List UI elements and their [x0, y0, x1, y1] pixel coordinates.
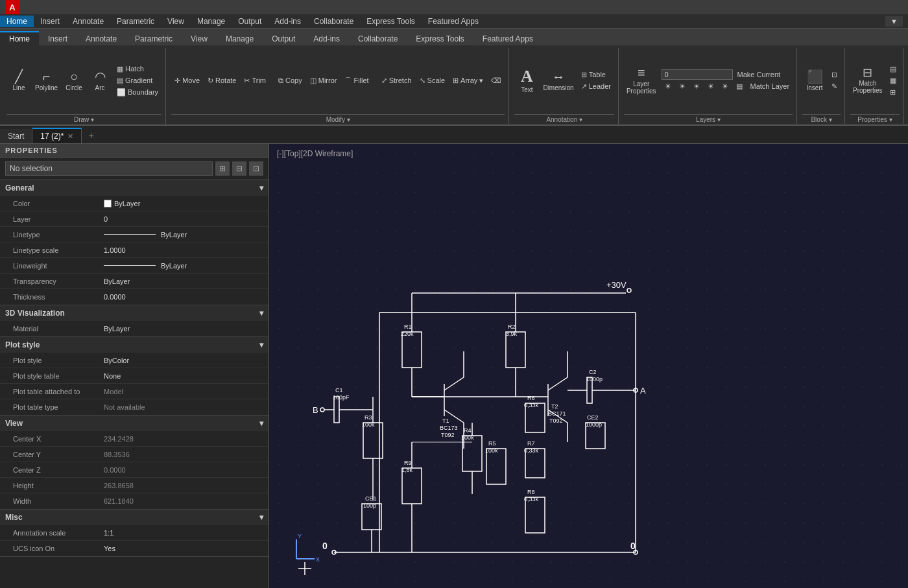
annotation-table-button[interactable]: ⊞ Table — [578, 69, 614, 80]
tab-annotate[interactable]: Annotate — [77, 32, 126, 45]
prop-lineweight-value[interactable]: ByLayer — [104, 262, 187, 270]
modify-stretch-button[interactable]: ⤢ Stretch — [378, 75, 415, 86]
prop-ucs-icon-value[interactable]: Yes — [104, 545, 115, 552]
properties-group-label[interactable]: Properties ▾ — [850, 114, 900, 124]
layer-icon4[interactable]: ☀ — [704, 81, 717, 92]
prop-plot-style-name: Plot style — [13, 357, 104, 364]
modify-trim-button[interactable]: ✂ Trim — [241, 75, 269, 86]
block-group-label[interactable]: Block ▾ — [802, 114, 841, 124]
tab-featuredapps[interactable]: Featured Apps — [473, 32, 542, 45]
menu-home[interactable]: Home — [0, 16, 34, 27]
annotation-leader-button[interactable]: ↗ Leader — [578, 81, 614, 92]
svg-text:C2: C2 — [589, 369, 597, 375]
prop-transparency-value[interactable]: ByLayer — [104, 277, 130, 285]
layer-icon3[interactable]: ☀ — [690, 81, 703, 92]
layers-group-label[interactable]: Layers ▾ — [624, 114, 793, 124]
prop-color-value[interactable]: ByLayer — [104, 200, 140, 207]
canvas-area[interactable]: [-][Top][2D Wireframe] — [269, 144, 908, 588]
svg-text:Y: Y — [298, 533, 302, 539]
tab-addins[interactable]: Add-ins — [304, 32, 349, 45]
tab-expresstools[interactable]: Express Tools — [407, 32, 473, 45]
prop-plot-style-value[interactable]: ByColor — [104, 357, 129, 364]
draw-boundary-button[interactable]: ⬜ Boundary — [114, 87, 161, 98]
tab-manage[interactable]: Manage — [217, 32, 263, 45]
selection-icon-3[interactable]: ⊡ — [249, 161, 263, 176]
menu-featuredapps[interactable]: Featured Apps — [422, 16, 485, 27]
modify-move-button[interactable]: ✛ Move — [171, 75, 203, 86]
layer-name-input[interactable] — [662, 69, 733, 80]
layer-properties-button[interactable]: ≡ LayerProperties — [624, 65, 659, 96]
misc-section-header[interactable]: Misc ▾ — [0, 510, 269, 525]
menu-output[interactable]: Output — [232, 16, 268, 27]
selection-icon-2[interactable]: ⊟ — [232, 161, 246, 176]
make-current-button[interactable]: Make Current — [734, 69, 784, 80]
selection-icon-1[interactable]: ⊞ — [215, 161, 230, 176]
plotstyle-section-header[interactable]: Plot style ▾ — [0, 337, 269, 353]
tab-collaborate[interactable]: Collaborate — [349, 32, 407, 45]
draw-line-button[interactable]: ╱ Line — [6, 69, 31, 93]
modify-erase-button[interactable]: ⌫ — [488, 75, 505, 86]
general-section-header[interactable]: General ▾ — [0, 180, 269, 196]
match-properties-button[interactable]: ⊟ MatchProperties — [850, 65, 885, 95]
tab-home[interactable]: Home — [0, 31, 39, 45]
prop-plot-style-table-value[interactable]: None — [104, 372, 121, 380]
prop-thickness-value[interactable]: 0.0000 — [104, 293, 126, 301]
view-section-header[interactable]: View ▾ — [0, 416, 269, 431]
tab-insert[interactable]: Insert — [39, 32, 77, 45]
modify-array-button[interactable]: ⊞ Array ▾ — [449, 75, 486, 86]
tab-start[interactable]: Start — [0, 129, 32, 143]
modify-copy-button[interactable]: ⧉ Copy — [275, 75, 305, 86]
draw-circle-button[interactable]: ○ Circle — [62, 69, 86, 93]
draw-hatch-button[interactable]: ▦ Hatch — [114, 64, 161, 75]
menu-manage[interactable]: Manage — [191, 16, 232, 27]
block-insert-button[interactable]: ⬛ Insert — [802, 69, 827, 93]
draw-gradient-button[interactable]: ▤ Gradient — [114, 75, 161, 86]
workspace-selector[interactable]: ▼ — [885, 16, 903, 27]
layer-match-button[interactable]: Match Layer — [747, 81, 793, 91]
properties-icon1[interactable]: ▤ — [887, 64, 900, 75]
tab-add-button[interactable]: + — [82, 128, 100, 143]
annotation-text-button[interactable]: A Text — [514, 67, 539, 95]
draw-group-label[interactable]: Draw ▾ — [6, 114, 161, 124]
modify-fillet-button[interactable]: ⌒ Fillet — [341, 75, 372, 87]
menu-insert[interactable]: Insert — [34, 16, 66, 27]
menu-view[interactable]: View — [161, 16, 191, 27]
layer-icon5[interactable]: ☀ — [719, 81, 732, 92]
plotstyle-collapse-icon: ▾ — [259, 340, 263, 349]
menu-addins[interactable]: Add-ins — [268, 16, 307, 27]
modify-group-label[interactable]: Modify ▾ — [171, 114, 505, 124]
tab-parametric[interactable]: Parametric — [126, 32, 182, 45]
menu-parametric[interactable]: Parametric — [110, 16, 161, 27]
menu-annotate[interactable]: Annotate — [66, 16, 110, 27]
prop-linetype-scale-value[interactable]: 1.0000 — [104, 246, 126, 254]
modify-scale-button[interactable]: ⤡ Scale — [416, 75, 449, 86]
layer-icon6[interactable]: ▤ — [733, 81, 746, 92]
prop-layer-value[interactable]: 0 — [104, 215, 108, 223]
prop-width-name: Width — [13, 497, 104, 505]
prop-material-value[interactable]: ByLayer — [104, 325, 130, 333]
prop-linetype-value[interactable]: ByLayer — [104, 231, 187, 239]
properties-icon2[interactable]: ▦ — [887, 75, 900, 86]
properties-icon3[interactable]: ⊞ — [887, 87, 900, 98]
visualization-section-header[interactable]: 3D Visualization ▾ — [0, 305, 269, 321]
modify-mirror-button[interactable]: ◫ Mirror — [307, 75, 340, 86]
selection-dropdown[interactable]: No selection — [5, 161, 213, 176]
block-edit-button[interactable]: ✎ — [828, 81, 841, 92]
menu-expresstools[interactable]: Express Tools — [360, 16, 421, 27]
block-create-button[interactable]: ⊡ — [828, 69, 841, 80]
draw-arc-button[interactable]: ◠ Arc — [88, 69, 112, 93]
draw-polyline-button[interactable]: ⌐ Polyline — [32, 69, 60, 93]
annotation-dimension-button[interactable]: ↔ Dimension — [540, 69, 576, 93]
general-section-label: General — [5, 183, 34, 193]
tab-view[interactable]: View — [182, 32, 217, 45]
modify-rotate-button[interactable]: ↻ Rotate — [204, 75, 239, 86]
svg-text:R2: R2 — [508, 323, 516, 330]
layer-icon2[interactable]: ☀ — [676, 81, 689, 92]
menu-collaborate[interactable]: Collaborate — [307, 16, 360, 27]
layer-icon1[interactable]: ☀ — [662, 81, 675, 92]
prop-annotation-scale-value[interactable]: 1:1 — [104, 529, 114, 537]
tab-close-button[interactable]: ✕ — [67, 132, 73, 141]
annotation-group-label[interactable]: Annotation ▾ — [514, 114, 614, 124]
tab-output[interactable]: Output — [263, 32, 304, 45]
tab-document[interactable]: 17 (2)* ✕ — [32, 128, 82, 143]
